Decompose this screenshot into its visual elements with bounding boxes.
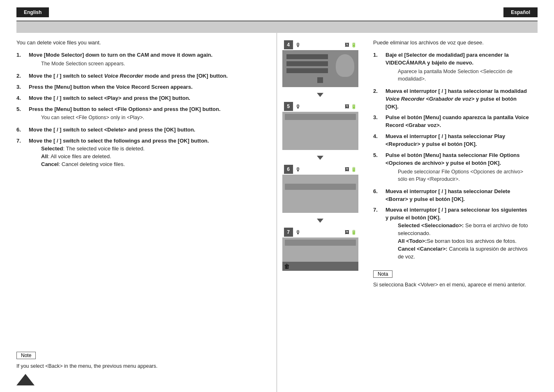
cam-menu-row-7-3: [285, 254, 356, 260]
right-extra-all: All <Todo>:Se borran todos los archivos …: [398, 238, 531, 245]
cam-menu-row-6-1: [285, 177, 356, 183]
step-sub-5: You can select <File Options> only in <P…: [41, 114, 221, 121]
right-step-num-6: 6.: [373, 188, 383, 203]
right-step-7: 7. Mueva el interruptor [ / ] para selec…: [373, 206, 531, 261]
left-step-1: 1. Move [Mode Selector] down to turn on …: [16, 51, 267, 69]
right-extra-cancel: Cancel <Cancelar>: Cancela la supresión …: [398, 245, 531, 261]
right-step-6: 6. Mueva el interruptor [ / ] hasta sele…: [373, 188, 531, 203]
right-step-num-7: 7.: [373, 206, 383, 261]
step-bold-7: Move the [ / ] switch to select the foll…: [29, 138, 209, 144]
step-extra-all: All: All voice files are deleted.: [41, 153, 209, 161]
right-intro: Puede eliminar los archivos de voz que d…: [373, 39, 531, 46]
right-step-content-6: Mueva el interruptor [ / ] hasta selecci…: [385, 188, 531, 203]
page-header: English Español: [0, 0, 554, 17]
cam-row-4-3: [286, 68, 328, 73]
cam-icons-5: 🖽 🔋: [345, 104, 357, 109]
right-step-1: 1. Baje el [Selector de modalidad] para …: [373, 51, 531, 84]
strap-icon-5: 🎙: [295, 104, 301, 110]
cam-screen-4: [282, 50, 358, 87]
right-step-content-1: Baje el [Selector de modalidad] para enc…: [385, 51, 531, 84]
cam-menu-row-6-5: [285, 205, 356, 211]
cam-num-6: 6: [284, 165, 293, 174]
right-step-bold-7: Mueva el interruptor [ / ] para seleccio…: [385, 207, 527, 221]
right-step-content-5: Pulse el botón [Menu] hasta seleccionar …: [385, 152, 531, 184]
step-content-3: Press the [Menu] button when the Voice R…: [29, 83, 193, 91]
header-tag-right: Español: [503, 7, 538, 17]
left-step-4: 4. Move the [ / ] switch to select <Play…: [16, 95, 267, 102]
left-step-3: 3. Press the [Menu] button when the Voic…: [16, 83, 267, 91]
right-step-bold-3: Pulse el botón [Menu] cuando aparezca la…: [385, 114, 529, 128]
step-extra-selected: Selected: The selected voice file is del…: [41, 145, 209, 153]
cam-rows-4: [286, 54, 328, 73]
cam-block-7: 7 🎙 🖽 🔋 🗑: [282, 227, 358, 271]
strap-icon-4: 🎙: [295, 42, 301, 48]
left-step-6: 6. Move the [ / ] switch to select <Dele…: [16, 126, 267, 134]
step-content-4: Move the [ / ] switch to select <Play> a…: [29, 95, 190, 102]
cam-block-6: 6 🎙 🖽 🔋: [282, 164, 358, 213]
trash-icon-7: 🗑: [284, 263, 290, 270]
cam-screen-7: 🗑: [282, 238, 358, 271]
icon-batt-7: 🔋: [351, 230, 357, 235]
cam-num-7: 7: [284, 228, 293, 237]
right-step-3: 3. Pulse el botón [Menu] cuando aparezca…: [373, 114, 531, 129]
cam-menu-row-5-4: [285, 135, 356, 141]
right-step-num-1: 1.: [373, 51, 383, 84]
cam-menu-row-5-1: [285, 114, 356, 120]
right-steps: 1. Baje el [Selector de modalidad] para …: [373, 51, 531, 261]
cam-menu-7: [282, 238, 358, 262]
right-step-content-7: Mueva el interruptor [ / ] para seleccio…: [385, 206, 531, 261]
icon-doc-5: 🖽: [345, 104, 349, 109]
right-step-5: 5. Pulse el botón [Menu] hasta seleccion…: [373, 152, 531, 184]
step-sub-1: The Mode Selection screen appears.: [41, 60, 212, 67]
left-step-5: 5. Press the [Menu] button to select <Fi…: [16, 106, 267, 123]
right-step-extras-7: Selected <Seleccionado>: Se borra el arc…: [398, 222, 531, 261]
right-step-num-2: 2.: [373, 88, 383, 111]
step-num-2: 2.: [16, 72, 26, 80]
step-extras-7: Selected: The selected voice file is del…: [41, 145, 209, 168]
cam-menu-row-5-5: [285, 142, 356, 148]
step-content-5: Press the [Menu] button to select <File …: [29, 106, 221, 123]
cam-face-4: [336, 54, 354, 77]
step-num-7: 7.: [16, 137, 26, 168]
step-num-5: 5.: [16, 106, 26, 123]
cam-menu-row-6-4: [285, 198, 356, 204]
cam-dot-4: [317, 77, 323, 83]
cam-menu-5: [282, 112, 358, 150]
left-step-7: 7. Move the [ / ] switch to select the f…: [16, 137, 267, 168]
right-text-panel: Puede eliminar los archivos de voz que d…: [363, 33, 538, 392]
header-tag-left: English: [16, 7, 49, 17]
right-step-bold-5: Pulse el botón [Menu] hasta seleccionar …: [385, 152, 520, 166]
cam-icons-4: 🖽 🔋: [345, 42, 357, 48]
icon-batt-6: 🔋: [351, 167, 357, 172]
cam-header-6: 6 🎙 🖽 🔋: [282, 164, 358, 175]
arrow-down-6: [317, 219, 323, 223]
cam-menu-6: [282, 175, 358, 213]
cam-header-5: 5 🎙 🖽 🔋: [282, 101, 358, 112]
step-content-7: Move the [ / ] switch to select the foll…: [29, 137, 209, 168]
left-step-2: 2. Move the [ / ] switch to select Voice…: [16, 72, 267, 80]
left-intro: You can delete voice files you want.: [16, 39, 267, 46]
step-bold-5: Press the [Menu] button to select <File …: [29, 106, 221, 112]
icon-batt: 🔋: [351, 42, 357, 48]
step-num-3: 3.: [16, 83, 26, 91]
right-step-bold-6: Mueva el interruptor [ / ] hasta selecci…: [385, 188, 510, 202]
right-step-content-3: Pulse el botón [Menu] cuando aparezca la…: [385, 114, 531, 129]
cam-menu-row-6-2: [285, 184, 356, 190]
cam-menu-row-5-2: [285, 121, 356, 127]
left-note-section: Note If you select <Back> in the menu, t…: [16, 348, 267, 385]
cam-icons-6: 🖽 🔋: [345, 167, 357, 172]
right-note-section: Nota Si selecciona Back <Volver> en el m…: [373, 267, 531, 288]
cam-menu-row-7-2: [285, 247, 356, 253]
cam-menu-row-7-1: [285, 240, 356, 246]
cam-menu-row-6-3: [285, 191, 356, 197]
step-bold-2: Move the [ / ] switch to select Voice Re…: [29, 73, 228, 79]
icon-doc-6: 🖽: [345, 167, 349, 172]
cam-screen-inner-4: [282, 50, 358, 87]
right-step-2: 2. Mueva el interruptor [ / ] hasta sele…: [373, 88, 531, 111]
right-images: 4 🎙 🖽 🔋: [277, 33, 363, 392]
step-content-6: Move the [ / ] switch to select <Delete>…: [29, 126, 195, 134]
arrow-down-5: [317, 156, 323, 160]
right-step-sub-5: Puede seleccionar File Options <Opciones…: [398, 168, 531, 183]
step-num-6: 6.: [16, 126, 26, 134]
right-step-num-5: 5.: [373, 152, 383, 184]
